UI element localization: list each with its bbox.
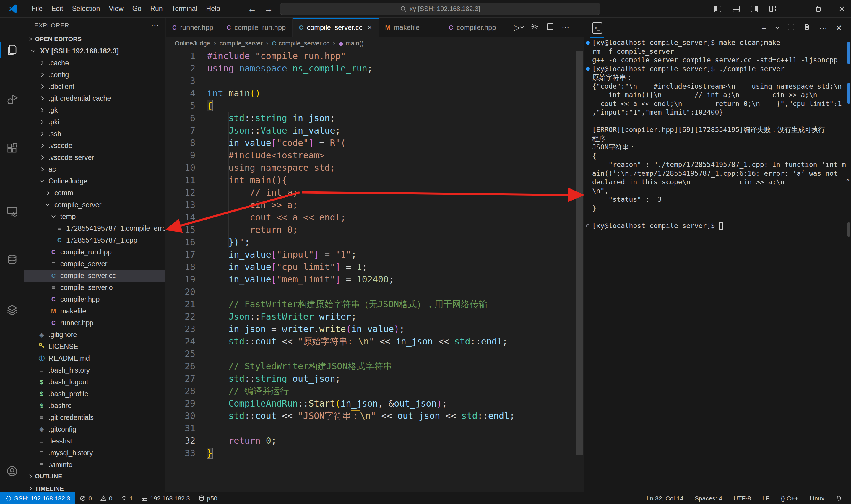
code-line-33[interactable]: 33}: [166, 447, 584, 460]
tree-item-1728554195787-1-compile-error[interactable]: ≡1728554195787_1.compile_error: [24, 222, 165, 234]
account-icon[interactable]: [0, 461, 24, 482]
menu-run[interactable]: Run: [146, 3, 167, 15]
kill-terminal-icon[interactable]: [803, 23, 811, 33]
tree-item-pki[interactable]: .pki: [24, 116, 165, 128]
status-bell[interactable]: [832, 492, 846, 504]
tree-item-viminfo[interactable]: ≡.viminfo: [24, 459, 165, 471]
tree-item-cache[interactable]: .cache: [24, 57, 165, 69]
status-ports[interactable]: 1: [117, 492, 138, 504]
tree-item-bash-logout[interactable]: $.bash_logout: [24, 376, 165, 388]
open-editors-section[interactable]: OPEN EDITORS: [24, 33, 165, 45]
code-line-8[interactable]: 8 in_value["code"] = R"(: [166, 137, 584, 149]
code-line-7[interactable]: 7 Json::Value in_value;: [166, 124, 584, 137]
code-line-23[interactable]: 23 in_json = writer.write(in_value);: [166, 323, 584, 335]
code-line-2[interactable]: 2using namespace ns_compile_run;: [166, 62, 584, 75]
code-editor[interactable]: 1#include "compile_run.hpp"2using namesp…: [166, 50, 584, 460]
tree-item-comm[interactable]: comm: [24, 187, 165, 199]
code-line-15[interactable]: 15 return 0;: [166, 223, 584, 236]
code-line-20[interactable]: 20: [166, 286, 584, 298]
code-line-11[interactable]: 11 int main(){: [166, 174, 584, 186]
toggle-panel-icon[interactable]: [727, 0, 745, 18]
code-line-25[interactable]: 25: [166, 348, 584, 360]
forward-icon[interactable]: →: [264, 4, 273, 14]
tree-item-1728554195787-1-cpp[interactable]: C1728554195787_1.cpp: [24, 234, 165, 246]
command-center-search[interactable]: xy [SSH: 192.168.182.3]: [280, 3, 600, 15]
tree-item-ssh[interactable]: .ssh: [24, 128, 165, 140]
code-line-28[interactable]: 28 // 编译并运行: [166, 385, 584, 397]
breadcrumb-item-compile-server[interactable]: compile_server: [220, 40, 263, 47]
tree-item-compile-server[interactable]: compile_server: [24, 199, 165, 211]
code-line-32[interactable]: 32 return 0;: [166, 435, 584, 447]
customize-layout-icon[interactable]: [763, 0, 782, 18]
tab-compiler-hpp[interactable]: Ccompiler.hpp: [442, 18, 503, 37]
terminal-output[interactable]: [xy@localhost compile_server]$ make clea…: [584, 38, 851, 230]
tree-item-makefile[interactable]: Mmakefile: [24, 305, 165, 317]
editor-more-actions-icon[interactable]: ⋯: [562, 23, 569, 32]
tree-item-readme-md[interactable]: ⓘREADME.md: [24, 353, 165, 364]
split-terminal-icon[interactable]: [787, 23, 795, 33]
restore-icon[interactable]: [810, 0, 828, 18]
code-line-21[interactable]: 21 // FastWriter构建原始字符串（无JSON格式），用于网络传输: [166, 298, 584, 310]
code-line-30[interactable]: 30 std::cout << "JSON字符串：\n" << out_json…: [166, 410, 584, 422]
chevron-down-icon[interactable]: [775, 25, 779, 29]
tree-item-compile-server[interactable]: ≡compile_server: [24, 258, 165, 270]
tab-runner-hpp[interactable]: Crunner.hpp: [166, 18, 220, 37]
menu-file[interactable]: File: [27, 3, 47, 15]
tree-item-vscode-server[interactable]: .vscode-server: [24, 151, 165, 163]
tree-item-mysql-history[interactable]: ≡.mysql_history: [24, 447, 165, 459]
tree-item-git-credentials[interactable]: ≡.git-credentials: [24, 412, 165, 424]
tree-item-compiler-hpp[interactable]: Ccompiler.hpp: [24, 293, 165, 305]
tree-item-runner-hpp[interactable]: Crunner.hpp: [24, 317, 165, 329]
code-line-6[interactable]: 6 std::string in_json;: [166, 112, 584, 124]
breadcrumb-item-main[interactable]: ◈main(): [339, 40, 363, 47]
status-database[interactable]: p50: [194, 492, 222, 504]
toggle-sidebar-right-icon[interactable]: [745, 0, 763, 18]
code-line-4[interactable]: 4int main(): [166, 87, 584, 100]
outline-section[interactable]: OUTLINE: [24, 470, 165, 482]
code-line-5[interactable]: 5{: [166, 100, 584, 112]
code-line-10[interactable]: 10 using namespace std;: [166, 162, 584, 174]
breadcrumb-item-compile-server-cc[interactable]: Ccompile_server.cc: [272, 40, 329, 47]
timeline-section[interactable]: TIMELINE: [24, 482, 165, 492]
status-ln-32-col-14[interactable]: Ln 32, Col 14: [643, 492, 687, 504]
status-errors[interactable]: 0: [75, 492, 96, 504]
tab-compile-server-cc[interactable]: Ccompile_server.cc×: [292, 18, 379, 37]
tree-item-vscode[interactable]: .vscode: [24, 140, 165, 151]
tab-makefile[interactable]: Mmakefile: [379, 18, 427, 37]
explorer-more-actions-icon[interactable]: ⋯: [151, 21, 160, 31]
layers-icon[interactable]: [0, 299, 24, 321]
status-spaces-4[interactable]: Spaces: 4: [691, 492, 726, 504]
tree-item-compile-server-o[interactable]: ≡compile_server.o: [24, 282, 165, 293]
status-utf-8[interactable]: UTF-8: [730, 492, 755, 504]
database-icon[interactable]: [0, 249, 24, 270]
tab-compile-run-hpp[interactable]: Ccompile_run.hpp: [220, 18, 292, 37]
terminal-scrollbar-thumb[interactable]: [848, 222, 850, 237]
breadcrumb-item-onlinejudge[interactable]: OnlineJudge: [175, 40, 211, 47]
tree-item-dbclient[interactable]: .dbclient: [24, 80, 165, 92]
code-line-19[interactable]: 19 in_value["mem_limit"] = 102400;: [166, 273, 584, 286]
code-line-13[interactable]: 13 cin >> a;: [166, 199, 584, 211]
status-server[interactable]: 192.168.182.3: [137, 492, 194, 504]
status-c[interactable]: {} C++: [777, 492, 802, 504]
tree-item-lesshst[interactable]: ≡.lesshst: [24, 435, 165, 447]
close-tab-icon[interactable]: ×: [368, 23, 372, 32]
run-file-button[interactable]: ▷: [514, 23, 523, 32]
tree-item-gk[interactable]: .gk: [24, 104, 165, 116]
remote-explorer-icon[interactable]: [0, 201, 24, 222]
tree-item-bashrc[interactable]: $.bashrc: [24, 400, 165, 412]
code-line-17[interactable]: 17 in_value["input"] = "1";: [166, 249, 584, 261]
toggle-sidebar-left-icon[interactable]: [709, 0, 727, 18]
menu-edit[interactable]: Edit: [47, 3, 68, 15]
code-line-24[interactable]: 24 std::cout << "原始字符串: \n" << in_json <…: [166, 335, 584, 348]
new-terminal-icon[interactable]: ＋: [760, 23, 768, 33]
explorer-icon[interactable]: [0, 39, 24, 60]
tree-item-config[interactable]: .config: [24, 69, 165, 80]
status-lf[interactable]: LF: [759, 492, 773, 504]
back-icon[interactable]: ←: [248, 4, 256, 14]
tree-item-git-credential-cache[interactable]: .git-credential-cache: [24, 92, 165, 104]
code-line-1[interactable]: 1#include "compile_run.hpp": [166, 50, 584, 62]
status-linux[interactable]: Linux: [806, 492, 828, 504]
code-line-27[interactable]: 27 std::string out_json;: [166, 373, 584, 385]
split-editor-icon[interactable]: [546, 23, 554, 33]
code-line-29[interactable]: 29 CompileAndRun::Start(in_json, &out_js…: [166, 397, 584, 410]
